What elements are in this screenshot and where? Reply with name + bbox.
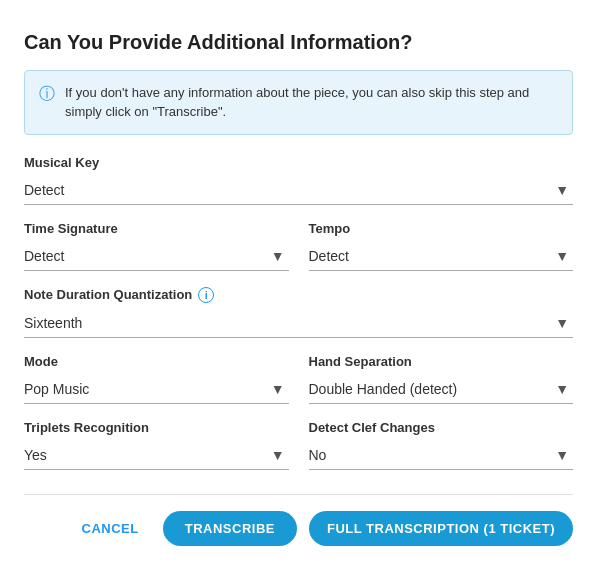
triplets-select[interactable]: Yes No <box>24 441 289 470</box>
additional-info-dialog: Can You Provide Additional Information? … <box>0 7 597 562</box>
hand-separation-select-wrapper: Double Handed (detect) Single Hand Right… <box>309 375 574 404</box>
info-banner-text: If you don't have any information about … <box>65 83 558 122</box>
time-signature-section: Time Signature Detect 4/4 3/4 6/8 2/4 ▼ <box>24 221 289 271</box>
time-signature-select[interactable]: Detect 4/4 3/4 6/8 2/4 <box>24 242 289 271</box>
triplets-section: Triplets Recognition Yes No ▼ <box>24 420 289 470</box>
dialog-footer: CANCEL TRANSCRIBE FULL TRANSCRIPTION (1 … <box>24 494 573 562</box>
mode-section: Mode Pop Music Classical Jazz ▼ <box>24 354 289 404</box>
mode-label: Mode <box>24 354 289 369</box>
detect-clef-select[interactable]: No Yes <box>309 441 574 470</box>
note-duration-section: Note Duration Quantization i Sixteenth E… <box>24 287 573 338</box>
time-signature-label: Time Signature <box>24 221 289 236</box>
tempo-select[interactable]: Detect Slow Medium Fast <box>309 242 574 271</box>
time-tempo-row: Time Signature Detect 4/4 3/4 6/8 2/4 ▼ … <box>24 221 573 287</box>
full-transcription-button[interactable]: FULL TRANSCRIPTION (1 TICKET) <box>309 511 573 546</box>
detect-clef-label: Detect Clef Changes <box>309 420 574 435</box>
note-duration-select-wrapper: Sixteenth Eighth Quarter Half ▼ <box>24 309 573 338</box>
mode-select-wrapper: Pop Music Classical Jazz ▼ <box>24 375 289 404</box>
hand-separation-select[interactable]: Double Handed (detect) Single Hand Right… <box>309 375 574 404</box>
musical-key-select[interactable]: Detect C Major D Major E Major F Major G… <box>24 176 573 205</box>
musical-key-section: Musical Key Detect C Major D Major E Maj… <box>24 155 573 205</box>
mode-select[interactable]: Pop Music Classical Jazz <box>24 375 289 404</box>
hand-separation-section: Hand Separation Double Handed (detect) S… <box>309 354 574 404</box>
tempo-label: Tempo <box>309 221 574 236</box>
hand-separation-label: Hand Separation <box>309 354 574 369</box>
transcribe-button[interactable]: TRANSCRIBE <box>163 511 297 546</box>
time-signature-select-wrapper: Detect 4/4 3/4 6/8 2/4 ▼ <box>24 242 289 271</box>
dialog-title: Can You Provide Additional Information? <box>24 31 573 54</box>
info-icon: ⓘ <box>39 84 55 105</box>
note-duration-info-icon[interactable]: i <box>198 287 214 303</box>
cancel-button[interactable]: CANCEL <box>70 513 151 544</box>
triplets-label: Triplets Recognition <box>24 420 289 435</box>
musical-key-label: Musical Key <box>24 155 573 170</box>
tempo-select-wrapper: Detect Slow Medium Fast ▼ <box>309 242 574 271</box>
triplets-select-wrapper: Yes No ▼ <box>24 441 289 470</box>
note-duration-label: Note Duration Quantization i <box>24 287 573 303</box>
triplets-clef-row: Triplets Recognition Yes No ▼ Detect Cle… <box>24 420 573 486</box>
mode-hand-row: Mode Pop Music Classical Jazz ▼ Hand Sep… <box>24 354 573 420</box>
detect-clef-select-wrapper: No Yes ▼ <box>309 441 574 470</box>
detect-clef-section: Detect Clef Changes No Yes ▼ <box>309 420 574 470</box>
musical-key-select-wrapper: Detect C Major D Major E Major F Major G… <box>24 176 573 205</box>
note-duration-select[interactable]: Sixteenth Eighth Quarter Half <box>24 309 573 338</box>
tempo-section: Tempo Detect Slow Medium Fast ▼ <box>309 221 574 271</box>
info-banner: ⓘ If you don't have any information abou… <box>24 70 573 135</box>
